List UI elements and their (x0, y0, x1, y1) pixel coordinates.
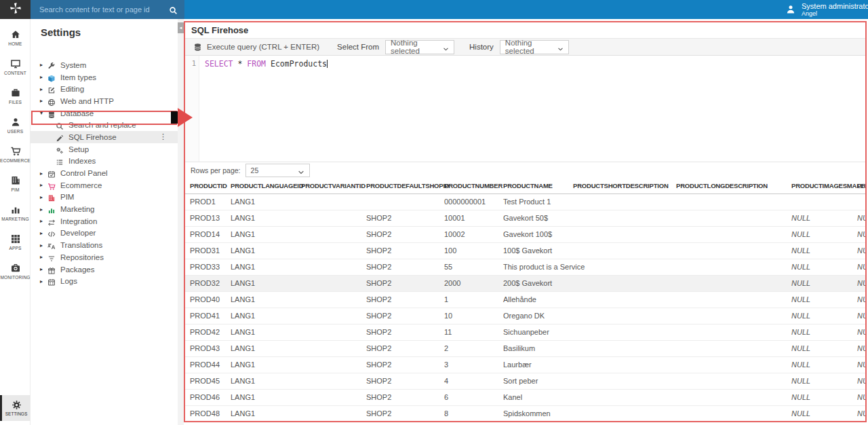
grid-icon (10, 234, 21, 244)
chevron-down-icon[interactable]: ▾ (38, 110, 45, 116)
table-row: PROD43LANG1SHOP22BasilikumNULLNULL (185, 340, 867, 356)
sidebar-item-pim[interactable]: PIM (0, 169, 31, 198)
table-cell (573, 210, 676, 226)
sidebar-item-monitoring[interactable]: MONITORING (0, 257, 31, 286)
tree-item-repositories[interactable]: ▸Repositories (31, 251, 178, 263)
column-header: PRODUCTVARIANTID (301, 178, 366, 193)
rail-item-label: PIM (11, 187, 19, 192)
table-cell: Basilikum (503, 340, 573, 356)
chevron-right-icon[interactable]: ▸ (38, 86, 45, 92)
bars-icon (10, 204, 21, 215)
collapse-panel-button[interactable]: ◂ (178, 22, 184, 33)
column-header: PRODUCTIMAGESMALL (791, 178, 857, 193)
sidebar-item-ecommerce[interactable]: ECOMMERCE (0, 140, 31, 169)
tree-item-translations[interactable]: ▸Translations (31, 239, 178, 251)
tree-item-marketing[interactable]: ▸Marketing (31, 203, 178, 215)
sidebar-item-home[interactable]: HOME (0, 23, 31, 52)
sql-token: EcomProducts (266, 59, 327, 69)
sidebar-item-content[interactable]: CONTENT (0, 52, 31, 81)
table-cell: SHOP2 (366, 210, 444, 226)
tree-item-control-panel[interactable]: ▸Control Panel (31, 167, 178, 179)
table-cell (573, 193, 676, 210)
table-header-row: PRODUCTIDPRODUCTLANGUAGEIDPRODUCTVARIANT… (185, 178, 867, 193)
history-dropdown[interactable]: Nothing selected (500, 40, 569, 54)
table-row: PROD31LANG1SHOP2100100$ GavekortNULLNULL (185, 242, 867, 259)
tree-item-item-types[interactable]: ▸Item types (31, 71, 178, 84)
tree-item-system[interactable]: ▸System (31, 59, 178, 71)
chevron-right-icon[interactable]: ▸ (38, 206, 45, 212)
sql-editor[interactable]: 1 SELECT * FROM EcomProducts (185, 56, 865, 162)
table-cell (573, 259, 676, 275)
tree-item-ecommerce[interactable]: ▸Ecommerce (31, 179, 178, 191)
table-cell: SHOP2 (366, 324, 444, 340)
chevron-right-icon[interactable]: ▸ (38, 98, 45, 104)
table-cell: LANG1 (231, 373, 301, 389)
home-icon (10, 29, 21, 40)
execute-query-button[interactable]: Execute query (CTRL + ENTER) (193, 43, 319, 52)
panel-splitter[interactable] (178, 19, 184, 425)
table-cell (301, 373, 366, 389)
chevron-right-icon[interactable]: ▸ (38, 218, 45, 224)
table-cell: Sichuanpeber (503, 324, 573, 340)
table-row: PROD33LANG1SHOP255This product is a Serv… (185, 259, 867, 275)
rows-per-page-dropdown[interactable]: 25 (245, 164, 310, 177)
tree-item-pim[interactable]: ▸PIM (31, 191, 178, 204)
tree-item-packages[interactable]: ▸Packages (31, 263, 178, 276)
chevron-right-icon[interactable]: ▸ (38, 182, 45, 188)
user-menu[interactable]: System administrator (cbo Angel (785, 0, 868, 19)
table-cell: NULL (857, 324, 867, 340)
chevron-right-icon[interactable]: ▸ (38, 194, 45, 200)
app-logo[interactable] (0, 0, 31, 19)
table-cell (301, 324, 366, 340)
sidebar-item-marketing[interactable]: MARKETING (0, 198, 31, 227)
table-cell: 10002 (444, 226, 503, 242)
tree-item-label: Search and replace (31, 121, 136, 129)
sidebar-item-settings[interactable]: SETTINGS (0, 395, 31, 421)
chevron-right-icon[interactable]: ▸ (38, 170, 45, 177)
tree-item-editing[interactable]: ▸Editing (31, 83, 178, 95)
table-cell (676, 389, 791, 405)
table-cell (301, 275, 366, 291)
table-cell: SHOP2 (366, 356, 444, 373)
table-cell: NULL (857, 389, 867, 405)
rail-item-label: HOME (8, 41, 22, 46)
table-cell: SHOP2 (366, 275, 444, 291)
chevron-right-icon[interactable]: ▸ (38, 254, 45, 260)
wrench-icon (47, 61, 56, 69)
tree-item-setup[interactable]: Setup (31, 143, 178, 155)
search-icon[interactable] (169, 5, 178, 14)
tree-item-indexes[interactable]: Indexes (31, 155, 178, 168)
rail-item-label: ECOMMERCE (0, 158, 31, 163)
tree-item-database[interactable]: ▾Database (31, 107, 178, 119)
search-input[interactable] (31, 5, 169, 14)
tree-item-web-and-http[interactable]: ▸Web and HTTP (31, 95, 178, 107)
tree-item-search-and-replace[interactable]: Search and replace (31, 119, 178, 131)
tree-item-integration[interactable]: ▸Integration (31, 215, 178, 227)
sidebar-item-files[interactable]: FILES (0, 81, 31, 111)
table-cell: Spidskommen (503, 405, 573, 422)
sql-code-line[interactable]: SELECT * FROM EcomProducts (199, 56, 865, 162)
sidebar-item-users[interactable]: USERS (0, 111, 31, 140)
kebab-menu-icon[interactable]: ⋮ (159, 132, 167, 141)
sidebar-item-apps[interactable]: APPS (0, 227, 31, 257)
table-cell: LANG1 (231, 226, 301, 242)
chevron-right-icon[interactable]: ▸ (38, 242, 45, 248)
execute-query-label: Execute query (CTRL + ENTER) (207, 43, 319, 51)
select-from-dropdown[interactable]: Nothing selected (385, 40, 454, 54)
chevron-right-icon[interactable]: ▸ (38, 266, 45, 272)
table-cell: Sort peber (503, 373, 573, 389)
chevron-right-icon[interactable]: ▸ (38, 278, 45, 284)
tree-item-sql-firehose[interactable]: SQL Firehose⋮ (31, 131, 178, 143)
database-icon (47, 109, 56, 117)
chevron-right-icon[interactable]: ▸ (38, 74, 45, 80)
chevron-right-icon[interactable]: ▸ (38, 230, 45, 236)
settings-tree-panel: Settings ▸System▸Item types▸Editing▸Web … (31, 19, 178, 425)
table-cell: 10001 (444, 210, 503, 226)
tree-item-logs[interactable]: ▸Logs (31, 275, 178, 287)
rail-item-label: APPS (9, 246, 21, 251)
tree-item-developer[interactable]: ▸Developer (31, 227, 178, 240)
chevron-right-icon[interactable]: ▸ (38, 62, 45, 68)
search-icon (56, 121, 64, 129)
table-row: PROD40LANG1SHOP21AllehåndeNULLNULL (185, 291, 867, 308)
table-cell: PROD31 (185, 242, 231, 259)
